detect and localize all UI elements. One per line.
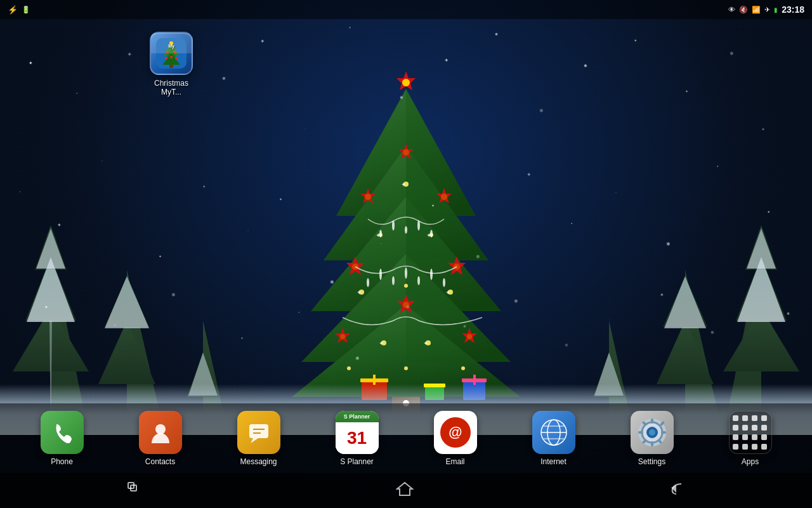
- svg-text:✦: ✦: [401, 181, 406, 188]
- svg-text:My: My: [168, 44, 174, 49]
- svg-rect-99: [169, 65, 173, 68]
- svg-point-79: [430, 230, 433, 237]
- settings-icon: [631, 411, 674, 454]
- apps-dot: [761, 415, 767, 421]
- internet-icon: [532, 411, 575, 454]
- svg-point-107: [155, 424, 166, 434]
- dock-item-email[interactable]: @ Email: [430, 411, 481, 466]
- phone-icon: [41, 411, 84, 454]
- apps-dot: [761, 434, 767, 440]
- clock: 23:18: [782, 4, 804, 15]
- christmas-myt-icon[interactable]: My Christmas MyT...: [146, 32, 197, 97]
- svg-point-84: [417, 276, 420, 285]
- apps-grid: [725, 408, 775, 458]
- home-button[interactable]: [377, 475, 433, 507]
- airplane-icon: ✈: [764, 6, 770, 14]
- svg-point-101: [166, 51, 169, 53]
- dock-item-settings[interactable]: Settings: [627, 411, 678, 466]
- apps-dot: [733, 434, 738, 440]
- apps-dot: [742, 415, 748, 421]
- svg-point-56: [467, 334, 472, 339]
- svg-rect-108: [249, 424, 268, 438]
- dock-item-phone[interactable]: Phone: [37, 411, 88, 466]
- dock-item-contacts[interactable]: Contacts: [135, 411, 186, 466]
- svg-point-65: [347, 366, 351, 370]
- svg-point-85: [430, 269, 433, 280]
- email-icon: @: [434, 411, 477, 454]
- dock: Phone Contacts Messaging S Planner: [0, 403, 812, 473]
- nav-bar: [0, 473, 812, 508]
- eye-icon: 👁: [728, 6, 735, 13]
- apps-dot: [742, 444, 748, 450]
- svg-point-66: [461, 366, 465, 370]
- planner-date: 31: [347, 428, 367, 448]
- svg-point-104: [175, 57, 178, 60]
- svg-point-75: [379, 230, 382, 237]
- svg-rect-121: [651, 441, 653, 446]
- status-right-icons: 👁 🔇 📶 ✈ ▮ 23:18: [728, 4, 804, 15]
- svg-point-105: [170, 56, 173, 58]
- back-button[interactable]: [648, 475, 704, 507]
- svg-point-129: [649, 429, 655, 436]
- internet-label: Internet: [540, 457, 566, 466]
- phone-label: Phone: [51, 457, 73, 466]
- status-left-icons: ⚡ 🔋: [8, 5, 30, 15]
- splanner-icon: S Planner 31: [336, 411, 379, 454]
- apps-dot: [733, 444, 738, 450]
- desktop-icons-area: My Christmas MyT...: [146, 32, 197, 97]
- svg-point-81: [379, 269, 382, 280]
- svg-point-78: [417, 220, 420, 231]
- wifi-icon: 📶: [752, 6, 761, 14]
- svg-marker-10: [105, 276, 149, 328]
- svg-marker-109: [251, 438, 258, 443]
- svg-rect-120: [651, 418, 653, 424]
- svg-rect-122: [638, 431, 643, 434]
- svg-marker-8: [98, 321, 155, 384]
- svg-point-100: [169, 41, 173, 45]
- recent-apps-button[interactable]: [108, 476, 161, 505]
- svg-marker-24: [664, 276, 706, 328]
- apps-dot: [733, 425, 738, 431]
- svg-text:✦: ✦: [379, 340, 384, 347]
- apps-label: Apps: [742, 457, 759, 466]
- apps-dot: [752, 434, 757, 440]
- christmas-myt-icon-img: My: [150, 32, 193, 75]
- dock-item-messaging[interactable]: Messaging: [233, 411, 284, 466]
- mute-icon: 🔇: [739, 6, 748, 14]
- svg-text:✦: ✦: [357, 289, 362, 296]
- contacts-label: Contacts: [145, 457, 175, 466]
- svg-point-80: [367, 278, 369, 287]
- svg-point-67: [404, 366, 408, 370]
- apps-dot: [742, 425, 748, 431]
- messaging-label: Messaging: [240, 457, 277, 466]
- svg-rect-89: [373, 375, 376, 385]
- apps-dot: [752, 425, 757, 431]
- svg-point-82: [392, 276, 395, 285]
- svg-point-42: [403, 149, 409, 156]
- svg-marker-132: [397, 483, 412, 495]
- svg-point-76: [392, 220, 395, 231]
- svg-point-86: [443, 278, 445, 287]
- apps-dot: [761, 425, 767, 431]
- apps-dot: [752, 415, 757, 421]
- apps-dot: [733, 415, 738, 421]
- svg-point-83: [405, 267, 407, 279]
- dock-item-internet[interactable]: Internet: [528, 411, 579, 466]
- christmas-tree: ✦ ✦ ✦ ✦ ✦ ✦ ✦: [285, 70, 527, 432]
- battery-icon: 🔋: [22, 6, 30, 14]
- battery-charging-icon: ⚡: [8, 5, 18, 15]
- messaging-icon: [237, 411, 280, 454]
- svg-point-77: [405, 226, 407, 234]
- battery-level-icon: ▮: [774, 6, 778, 13]
- apps-icon: [729, 411, 772, 454]
- status-bar: ⚡ 🔋 👁 🔇 📶 ✈ ▮ 23:18: [0, 0, 812, 19]
- svg-rect-123: [661, 431, 666, 434]
- svg-point-44: [365, 194, 371, 200]
- svg-point-46: [441, 194, 447, 200]
- dock-item-splanner[interactable]: S Planner 31 S Planner: [332, 411, 383, 466]
- svg-marker-22: [657, 321, 714, 384]
- dock-item-apps[interactable]: Apps: [725, 411, 776, 466]
- contacts-icon: [139, 411, 182, 454]
- svg-point-62: [404, 284, 408, 288]
- svg-point-103: [165, 57, 167, 60]
